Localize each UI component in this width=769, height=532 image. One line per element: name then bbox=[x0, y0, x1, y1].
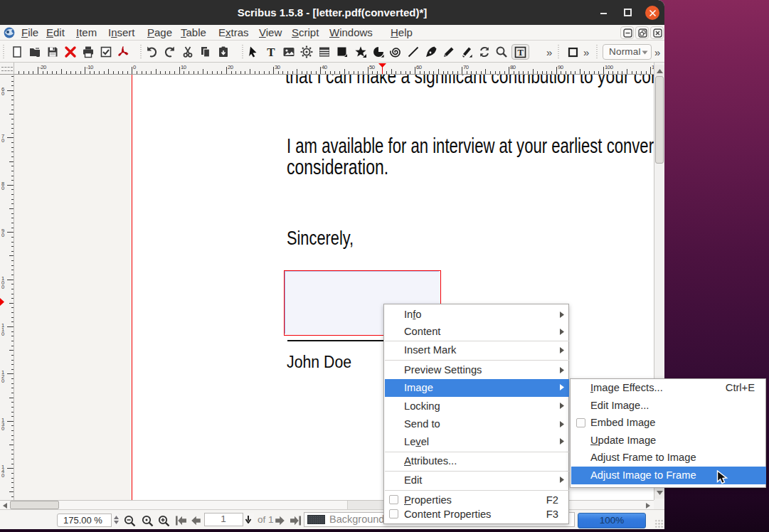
svg-text:T: T bbox=[267, 46, 275, 58]
svg-text:T: T bbox=[518, 48, 524, 58]
